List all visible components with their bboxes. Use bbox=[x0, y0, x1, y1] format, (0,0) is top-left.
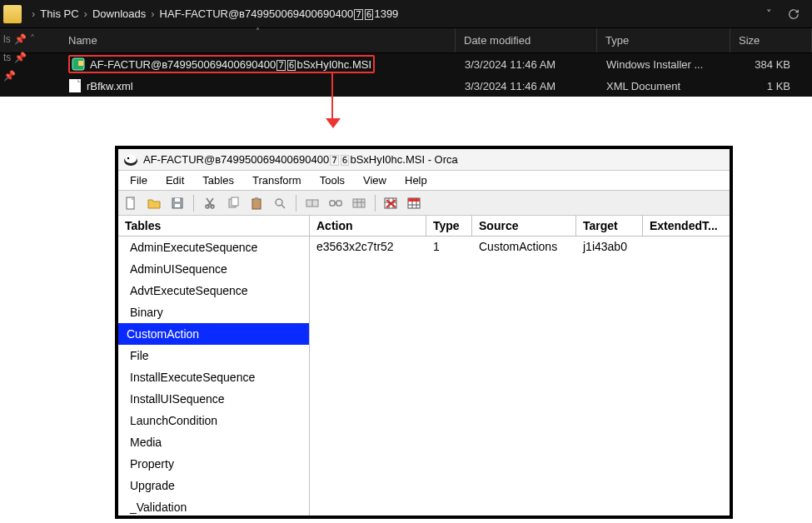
quick-access-item[interactable]: ts📌 bbox=[0, 48, 35, 67]
copy-icon[interactable] bbox=[224, 194, 242, 212]
svg-rect-22 bbox=[336, 201, 341, 206]
menu-file[interactable]: File bbox=[122, 172, 156, 188]
table-icon[interactable] bbox=[350, 194, 368, 212]
transform-icon[interactable] bbox=[406, 194, 424, 212]
quick-access-label: ts bbox=[3, 52, 11, 63]
grid-header-source[interactable]: Source bbox=[472, 216, 576, 236]
sort-caret-icon: ˄ bbox=[256, 27, 260, 36]
grid-row[interactable]: e3563x2c7tr52 1 CustomActions j1i43ab0 bbox=[310, 237, 730, 257]
tables-panel: Tables AdminExecuteSequenceAdminUISequen… bbox=[118, 216, 310, 516]
address-bar[interactable]: › This PC › Downloads › HAF-FACTUR@в7499… bbox=[0, 0, 812, 28]
table-item-advtexecutesequence[interactable]: AdvtExecuteSequence bbox=[118, 280, 309, 301]
menu-bar: File Edit Tables Transform Tools View He… bbox=[118, 171, 730, 191]
quick-access-item[interactable]: 📌 bbox=[0, 67, 35, 85]
table-item-installuisequence[interactable]: InstallUISequence bbox=[118, 388, 309, 410]
breadcrumb-text: 1399 bbox=[374, 7, 398, 20]
file-name: rBfkw.xml bbox=[87, 80, 133, 92]
xml-file-icon bbox=[68, 79, 82, 92]
quick-access-item[interactable]: ls📌˄ bbox=[0, 30, 35, 48]
svg-rect-21 bbox=[330, 201, 335, 206]
title-bar[interactable]: AF-FACTUR@в74995006940069040076bSxHyI0hc… bbox=[118, 149, 730, 171]
table-item-adminuisequence[interactable]: AdminUISequence bbox=[118, 258, 309, 280]
open-file-icon[interactable] bbox=[145, 194, 163, 212]
column-headers: ˄Name Date modified Type Size bbox=[0, 28, 812, 53]
chevron-right-icon[interactable]: › bbox=[84, 7, 87, 20]
breadcrumb-current-folder[interactable]: HAF-FACTUR@в749950069400690400761399 bbox=[160, 7, 399, 20]
table-item-customaction[interactable]: CustomAction bbox=[118, 323, 309, 345]
table-item-adminexecutesequence[interactable]: AdminExecuteSequence bbox=[118, 237, 309, 258]
paste-icon[interactable] bbox=[247, 194, 266, 212]
svg-rect-35 bbox=[408, 198, 420, 202]
pin-icon: 📌 bbox=[14, 33, 27, 45]
table-item-installexecutesequence[interactable]: InstallExecuteSequence bbox=[118, 366, 309, 388]
orca-window: AF-FACTUR@в74995006940069040076bSxHyI0hc… bbox=[115, 146, 733, 519]
file-date: 3/3/2024 11:46 AM bbox=[456, 58, 598, 71]
tables-header: Tables bbox=[118, 216, 309, 237]
explorer-window: › This PC › Downloads › HAF-FACTUR@в7499… bbox=[0, 0, 812, 97]
file-row[interactable]: rBfkw.xml 3/3/2024 11:46 AM XML Document… bbox=[0, 75, 812, 97]
grid-header-action[interactable]: Action bbox=[310, 216, 426, 236]
unicode-box-char: 7 bbox=[354, 9, 363, 20]
table-item-media[interactable]: Media bbox=[118, 431, 309, 453]
column-header-name[interactable]: ˄Name bbox=[60, 28, 456, 52]
column-header-type[interactable]: Type bbox=[597, 28, 730, 52]
svg-point-6 bbox=[127, 157, 129, 158]
svg-rect-15 bbox=[232, 197, 238, 206]
table-item-property[interactable]: Property bbox=[118, 453, 309, 475]
file-list: AF-FACTUR@в74995006940069040076bSxHyI0hc… bbox=[0, 53, 812, 97]
chevron-right-icon[interactable]: › bbox=[32, 7, 35, 20]
toolbar bbox=[118, 191, 730, 216]
chevron-right-icon[interactable]: › bbox=[151, 7, 154, 20]
pin-icon: 📌 bbox=[14, 52, 27, 63]
grid-panel: Action Type Source Target ExtendedT... e… bbox=[310, 216, 730, 516]
add-row-icon[interactable] bbox=[303, 194, 321, 212]
quick-access-rail: ls📌˄ ts📌 📌 bbox=[0, 30, 35, 85]
table-item-launchcondition[interactable]: LaunchCondition bbox=[118, 410, 309, 431]
msi-file-icon bbox=[72, 57, 85, 71]
breadcrumb-downloads[interactable]: Downloads bbox=[92, 7, 146, 20]
orca-app-icon bbox=[123, 152, 138, 167]
menu-edit[interactable]: Edit bbox=[157, 172, 192, 188]
menu-view[interactable]: View bbox=[355, 172, 395, 188]
callout-highlight: AF-FACTUR@в74995006940069040076bSxHyI0hc… bbox=[68, 55, 375, 73]
new-file-icon[interactable] bbox=[122, 194, 140, 212]
menu-help[interactable]: Help bbox=[396, 172, 436, 188]
chevron-down-icon[interactable]: ˅ bbox=[757, 4, 780, 24]
grid-cell-target: j1i43ab0 bbox=[576, 237, 643, 257]
grid-cell-source: CustomActions bbox=[472, 237, 576, 257]
svg-rect-1 bbox=[78, 61, 83, 66]
link-icon[interactable] bbox=[326, 194, 345, 212]
menu-transform[interactable]: Transform bbox=[244, 172, 310, 188]
column-header-date[interactable]: Date modified bbox=[456, 28, 597, 52]
svg-rect-11 bbox=[175, 198, 180, 202]
menu-tools[interactable]: Tools bbox=[311, 172, 353, 188]
grid-headers: Action Type Source Target ExtendedT... bbox=[310, 216, 730, 237]
svg-rect-17 bbox=[255, 197, 258, 200]
find-icon[interactable] bbox=[271, 194, 289, 212]
table-item-binary[interactable]: Binary bbox=[118, 301, 309, 323]
grid-header-extended[interactable]: ExtendedT... bbox=[643, 216, 730, 236]
breadcrumb-this-pc[interactable]: This PC bbox=[40, 7, 78, 20]
pin-icon: 📌 bbox=[3, 70, 16, 82]
grid-cell-extended bbox=[643, 237, 730, 257]
table-item-upgrade[interactable]: Upgrade bbox=[118, 475, 309, 496]
grid-cell-action: e3563x2c7tr52 bbox=[310, 237, 426, 257]
grid-header-target[interactable]: Target bbox=[576, 216, 643, 236]
column-header-size[interactable]: Size bbox=[730, 28, 812, 52]
tables-list[interactable]: AdminExecuteSequenceAdminUISequenceAdvtE… bbox=[118, 237, 309, 516]
save-icon[interactable] bbox=[168, 194, 187, 212]
svg-rect-24 bbox=[353, 199, 365, 207]
refresh-icon[interactable] bbox=[782, 4, 805, 24]
file-type: XML Document bbox=[598, 80, 731, 92]
menu-tables[interactable]: Tables bbox=[194, 172, 242, 188]
chevron-up-icon: ˄ bbox=[30, 33, 35, 45]
annotation-arrow bbox=[0, 97, 812, 125]
grid-header-type[interactable]: Type bbox=[426, 216, 472, 236]
file-row[interactable]: AF-FACTUR@в74995006940069040076bSxHyI0hc… bbox=[0, 53, 812, 75]
breadcrumb-text: HAF-FACTUR@в749950069400690400 bbox=[160, 7, 354, 20]
validate-icon[interactable] bbox=[382, 194, 401, 212]
file-size: 384 KB bbox=[731, 58, 812, 71]
table-item-file[interactable]: File bbox=[118, 345, 309, 366]
cut-icon[interactable] bbox=[201, 194, 219, 212]
table-item-_validation[interactable]: _Validation bbox=[118, 496, 309, 516]
